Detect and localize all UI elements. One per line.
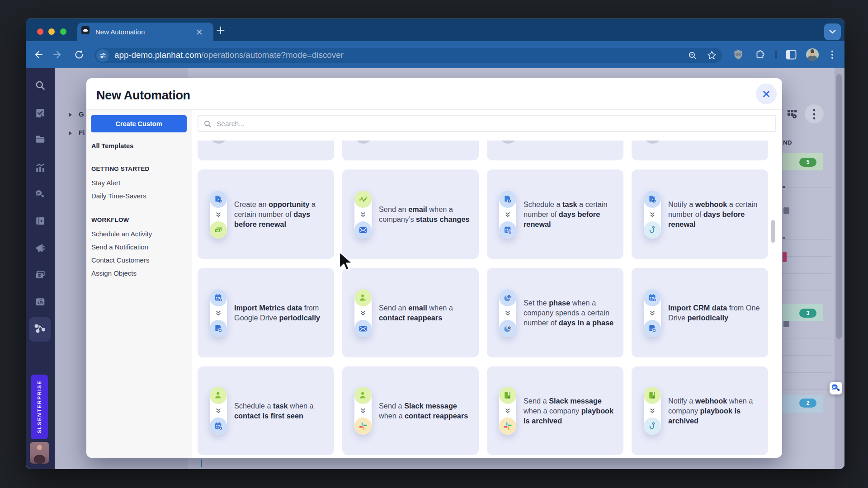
svg-text:UO: UO xyxy=(736,52,741,56)
